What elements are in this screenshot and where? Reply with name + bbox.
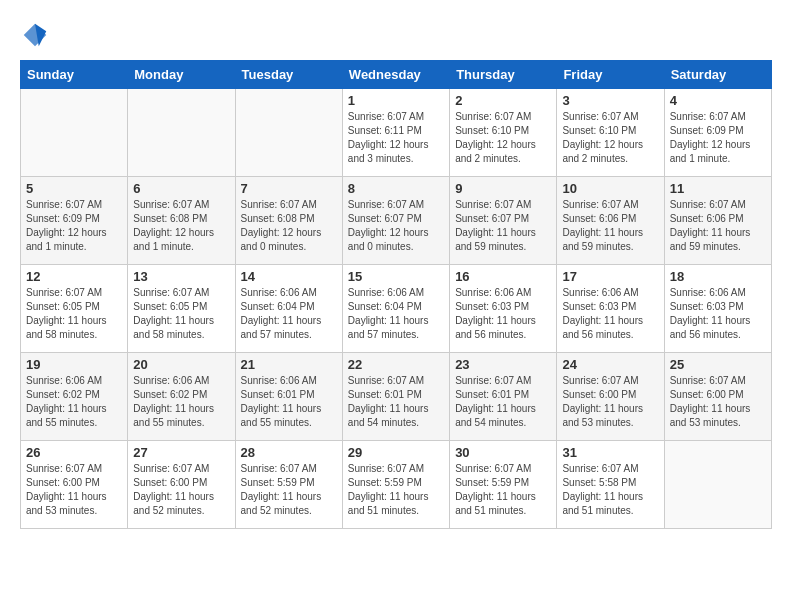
calendar-cell: 6Sunrise: 6:07 AM Sunset: 6:08 PM Daylig… xyxy=(128,177,235,265)
day-info: Sunrise: 6:07 AM Sunset: 6:06 PM Dayligh… xyxy=(562,198,658,254)
day-info: Sunrise: 6:06 AM Sunset: 6:04 PM Dayligh… xyxy=(241,286,337,342)
calendar-week-2: 5Sunrise: 6:07 AM Sunset: 6:09 PM Daylig… xyxy=(21,177,772,265)
day-info: Sunrise: 6:07 AM Sunset: 6:00 PM Dayligh… xyxy=(670,374,766,430)
day-number: 19 xyxy=(26,357,122,372)
calendar-cell: 5Sunrise: 6:07 AM Sunset: 6:09 PM Daylig… xyxy=(21,177,128,265)
calendar-cell: 25Sunrise: 6:07 AM Sunset: 6:00 PM Dayli… xyxy=(664,353,771,441)
day-number: 30 xyxy=(455,445,551,460)
day-number: 6 xyxy=(133,181,229,196)
day-number: 17 xyxy=(562,269,658,284)
calendar-cell: 16Sunrise: 6:06 AM Sunset: 6:03 PM Dayli… xyxy=(450,265,557,353)
day-info: Sunrise: 6:06 AM Sunset: 6:03 PM Dayligh… xyxy=(670,286,766,342)
day-info: Sunrise: 6:07 AM Sunset: 6:00 PM Dayligh… xyxy=(133,462,229,518)
header-monday: Monday xyxy=(128,61,235,89)
calendar-cell: 9Sunrise: 6:07 AM Sunset: 6:07 PM Daylig… xyxy=(450,177,557,265)
calendar-cell: 13Sunrise: 6:07 AM Sunset: 6:05 PM Dayli… xyxy=(128,265,235,353)
day-number: 27 xyxy=(133,445,229,460)
logo xyxy=(20,20,54,50)
calendar-cell: 3Sunrise: 6:07 AM Sunset: 6:10 PM Daylig… xyxy=(557,89,664,177)
header-tuesday: Tuesday xyxy=(235,61,342,89)
calendar-cell: 17Sunrise: 6:06 AM Sunset: 6:03 PM Dayli… xyxy=(557,265,664,353)
day-number: 22 xyxy=(348,357,444,372)
day-number: 15 xyxy=(348,269,444,284)
day-number: 10 xyxy=(562,181,658,196)
header-saturday: Saturday xyxy=(664,61,771,89)
day-number: 2 xyxy=(455,93,551,108)
calendar-cell: 7Sunrise: 6:07 AM Sunset: 6:08 PM Daylig… xyxy=(235,177,342,265)
day-info: Sunrise: 6:06 AM Sunset: 6:01 PM Dayligh… xyxy=(241,374,337,430)
calendar-cell: 27Sunrise: 6:07 AM Sunset: 6:00 PM Dayli… xyxy=(128,441,235,529)
day-number: 3 xyxy=(562,93,658,108)
day-info: Sunrise: 6:07 AM Sunset: 6:05 PM Dayligh… xyxy=(26,286,122,342)
logo-icon xyxy=(20,20,50,50)
calendar-cell: 21Sunrise: 6:06 AM Sunset: 6:01 PM Dayli… xyxy=(235,353,342,441)
calendar-cell: 23Sunrise: 6:07 AM Sunset: 6:01 PM Dayli… xyxy=(450,353,557,441)
day-info: Sunrise: 6:06 AM Sunset: 6:02 PM Dayligh… xyxy=(133,374,229,430)
header-friday: Friday xyxy=(557,61,664,89)
day-info: Sunrise: 6:06 AM Sunset: 6:03 PM Dayligh… xyxy=(455,286,551,342)
day-number: 25 xyxy=(670,357,766,372)
calendar-cell: 22Sunrise: 6:07 AM Sunset: 6:01 PM Dayli… xyxy=(342,353,449,441)
calendar-cell: 31Sunrise: 6:07 AM Sunset: 5:58 PM Dayli… xyxy=(557,441,664,529)
day-info: Sunrise: 6:07 AM Sunset: 6:00 PM Dayligh… xyxy=(26,462,122,518)
day-info: Sunrise: 6:07 AM Sunset: 6:05 PM Dayligh… xyxy=(133,286,229,342)
calendar-cell: 11Sunrise: 6:07 AM Sunset: 6:06 PM Dayli… xyxy=(664,177,771,265)
calendar-cell: 24Sunrise: 6:07 AM Sunset: 6:00 PM Dayli… xyxy=(557,353,664,441)
day-info: Sunrise: 6:07 AM Sunset: 6:09 PM Dayligh… xyxy=(670,110,766,166)
day-info: Sunrise: 6:07 AM Sunset: 6:01 PM Dayligh… xyxy=(455,374,551,430)
day-number: 20 xyxy=(133,357,229,372)
day-info: Sunrise: 6:07 AM Sunset: 6:10 PM Dayligh… xyxy=(455,110,551,166)
calendar-cell: 20Sunrise: 6:06 AM Sunset: 6:02 PM Dayli… xyxy=(128,353,235,441)
day-number: 24 xyxy=(562,357,658,372)
day-info: Sunrise: 6:07 AM Sunset: 6:08 PM Dayligh… xyxy=(241,198,337,254)
calendar-cell: 8Sunrise: 6:07 AM Sunset: 6:07 PM Daylig… xyxy=(342,177,449,265)
calendar-cell xyxy=(235,89,342,177)
header-wednesday: Wednesday xyxy=(342,61,449,89)
day-number: 18 xyxy=(670,269,766,284)
day-info: Sunrise: 6:07 AM Sunset: 6:07 PM Dayligh… xyxy=(455,198,551,254)
calendar-week-3: 12Sunrise: 6:07 AM Sunset: 6:05 PM Dayli… xyxy=(21,265,772,353)
calendar-week-1: 1Sunrise: 6:07 AM Sunset: 6:11 PM Daylig… xyxy=(21,89,772,177)
calendar-table: SundayMondayTuesdayWednesdayThursdayFrid… xyxy=(20,60,772,529)
header-sunday: Sunday xyxy=(21,61,128,89)
calendar-week-4: 19Sunrise: 6:06 AM Sunset: 6:02 PM Dayli… xyxy=(21,353,772,441)
day-info: Sunrise: 6:07 AM Sunset: 6:07 PM Dayligh… xyxy=(348,198,444,254)
day-info: Sunrise: 6:07 AM Sunset: 5:59 PM Dayligh… xyxy=(455,462,551,518)
calendar-cell: 19Sunrise: 6:06 AM Sunset: 6:02 PM Dayli… xyxy=(21,353,128,441)
calendar-cell xyxy=(664,441,771,529)
day-info: Sunrise: 6:06 AM Sunset: 6:02 PM Dayligh… xyxy=(26,374,122,430)
calendar-cell xyxy=(21,89,128,177)
day-number: 21 xyxy=(241,357,337,372)
day-number: 1 xyxy=(348,93,444,108)
day-number: 28 xyxy=(241,445,337,460)
day-number: 4 xyxy=(670,93,766,108)
day-number: 5 xyxy=(26,181,122,196)
day-info: Sunrise: 6:06 AM Sunset: 6:03 PM Dayligh… xyxy=(562,286,658,342)
day-info: Sunrise: 6:07 AM Sunset: 6:00 PM Dayligh… xyxy=(562,374,658,430)
calendar-cell: 1Sunrise: 6:07 AM Sunset: 6:11 PM Daylig… xyxy=(342,89,449,177)
day-info: Sunrise: 6:07 AM Sunset: 6:09 PM Dayligh… xyxy=(26,198,122,254)
day-info: Sunrise: 6:06 AM Sunset: 6:04 PM Dayligh… xyxy=(348,286,444,342)
day-info: Sunrise: 6:07 AM Sunset: 6:11 PM Dayligh… xyxy=(348,110,444,166)
day-number: 14 xyxy=(241,269,337,284)
calendar-cell: 30Sunrise: 6:07 AM Sunset: 5:59 PM Dayli… xyxy=(450,441,557,529)
day-info: Sunrise: 6:07 AM Sunset: 5:59 PM Dayligh… xyxy=(348,462,444,518)
calendar-cell: 28Sunrise: 6:07 AM Sunset: 5:59 PM Dayli… xyxy=(235,441,342,529)
page-header xyxy=(20,20,772,50)
calendar-cell: 10Sunrise: 6:07 AM Sunset: 6:06 PM Dayli… xyxy=(557,177,664,265)
day-number: 23 xyxy=(455,357,551,372)
day-number: 11 xyxy=(670,181,766,196)
calendar-cell: 4Sunrise: 6:07 AM Sunset: 6:09 PM Daylig… xyxy=(664,89,771,177)
day-number: 8 xyxy=(348,181,444,196)
day-info: Sunrise: 6:07 AM Sunset: 6:01 PM Dayligh… xyxy=(348,374,444,430)
day-info: Sunrise: 6:07 AM Sunset: 5:58 PM Dayligh… xyxy=(562,462,658,518)
day-info: Sunrise: 6:07 AM Sunset: 6:06 PM Dayligh… xyxy=(670,198,766,254)
calendar-cell: 15Sunrise: 6:06 AM Sunset: 6:04 PM Dayli… xyxy=(342,265,449,353)
day-number: 13 xyxy=(133,269,229,284)
calendar-cell: 14Sunrise: 6:06 AM Sunset: 6:04 PM Dayli… xyxy=(235,265,342,353)
calendar-cell xyxy=(128,89,235,177)
calendar-cell: 2Sunrise: 6:07 AM Sunset: 6:10 PM Daylig… xyxy=(450,89,557,177)
day-info: Sunrise: 6:07 AM Sunset: 5:59 PM Dayligh… xyxy=(241,462,337,518)
day-number: 16 xyxy=(455,269,551,284)
calendar-cell: 29Sunrise: 6:07 AM Sunset: 5:59 PM Dayli… xyxy=(342,441,449,529)
